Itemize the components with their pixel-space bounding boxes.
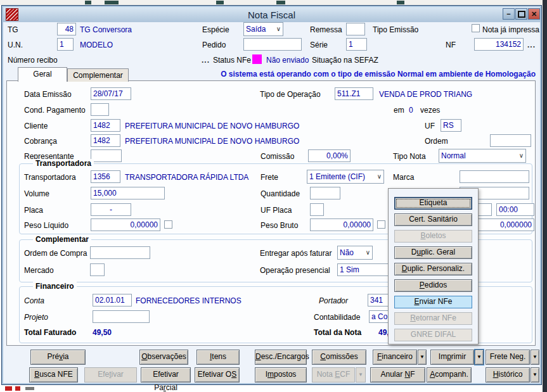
- transportadora-field[interactable]: 1356: [91, 170, 120, 183]
- popup-button-enviar-nfe[interactable]: Enviar NFe: [394, 296, 472, 308]
- tab-geral[interactable]: Geral: [18, 67, 67, 82]
- anular-nf-button[interactable]: Anular NF: [370, 367, 425, 383]
- uf-placa-label: UF Placa: [261, 206, 292, 215]
- nota-ja-impressa-label: Nota já impressa: [482, 25, 539, 34]
- ordem-field[interactable]: [490, 134, 531, 147]
- especie-label: Espécie: [202, 25, 229, 34]
- entregar-apos-faturar-label: Entregar após faturar: [260, 249, 331, 258]
- quantidade-field[interactable]: [310, 187, 340, 199]
- hora-saida-field[interactable]: 00:00: [496, 203, 534, 216]
- volume-label: Volume: [24, 189, 49, 198]
- popup-button-boletos: Boletos: [394, 230, 472, 243]
- volume-field[interactable]: 15,000: [91, 187, 165, 199]
- imprimir-button[interactable]: Imprimir: [430, 350, 474, 365]
- maximize-button[interactable]: [515, 8, 527, 20]
- marca-field[interactable]: [460, 170, 529, 183]
- window-title: Nota Fiscal: [3, 9, 540, 20]
- peso-bruto-field[interactable]: 0,00000: [310, 218, 373, 231]
- total-nota-label: Total da Nota: [314, 328, 361, 337]
- frete-select[interactable]: 1 Emitente (CIF) ∨: [307, 170, 384, 184]
- popup-button-pedidos[interactable]: Pedidos: [394, 279, 472, 292]
- tipo-operacao-field[interactable]: 511.Z1: [335, 87, 373, 100]
- frete-neg-button[interactable]: Frete Neg.: [486, 350, 530, 365]
- minimize-button[interactable]: −: [503, 8, 515, 20]
- tg-field[interactable]: 48: [57, 23, 76, 35]
- peso-bruto-label: Peso Bruto: [261, 221, 298, 230]
- vezes-count: 0: [409, 106, 413, 115]
- chevron-down-icon: ∨: [276, 26, 281, 32]
- representante-field[interactable]: [91, 149, 122, 162]
- impostos-button[interactable]: Impostos: [255, 367, 307, 383]
- tab-complementar[interactable]: Complementar: [67, 68, 129, 82]
- status-more-link[interactable]: ...: [202, 57, 210, 63]
- cobranca-field[interactable]: 1482: [91, 134, 120, 147]
- frete-neg-dropdown-arrow[interactable]: ▼: [531, 350, 539, 365]
- mercado-field[interactable]: [90, 263, 105, 276]
- comissao-field[interactable]: 0,00%: [308, 149, 351, 162]
- titlebar[interactable]: Nota Fiscal: [3, 7, 540, 22]
- entregar-value: Não: [340, 247, 354, 258]
- projeto-field[interactable]: [93, 310, 150, 323]
- status-color-swatch: [252, 54, 262, 64]
- peso-liquido-field[interactable]: 0,00000: [91, 218, 160, 231]
- close-button[interactable]: ✕: [528, 8, 540, 20]
- efetivar-parcial-button[interactable]: Efetivar Parcial: [141, 367, 191, 383]
- remessa-field[interactable]: [346, 23, 365, 35]
- data-emissao-field[interactable]: 28/07/17: [91, 87, 131, 100]
- quantidade-label: Quantidade: [261, 189, 300, 198]
- cliente-description: PREFEITURA MUNICIPAL DE NOVO HAMBURGO: [125, 122, 299, 130]
- nota-ja-impressa-checkbox[interactable]: [472, 24, 480, 32]
- conta-field[interactable]: 02.01.01: [93, 294, 132, 307]
- contabilidade-label: Contabilidade: [314, 313, 360, 322]
- financeiro-group-title: Financeiro: [33, 282, 77, 291]
- vezes-label: vezes: [420, 106, 440, 115]
- desc-encargos-button[interactable]: Desc./Encargos: [255, 350, 307, 365]
- pedido-field[interactable]: [243, 38, 302, 51]
- entregar-apos-faturar-select[interactable]: Não ∨: [337, 246, 373, 260]
- marca-label: Marca: [393, 173, 414, 182]
- un-field[interactable]: 1: [57, 38, 74, 51]
- chevron-down-icon: ∨: [377, 174, 382, 180]
- chevron-down-icon: ∨: [366, 250, 370, 256]
- peso-bruto-checkbox[interactable]: [377, 220, 385, 229]
- comissoes-button[interactable]: Comissões: [312, 350, 366, 365]
- peso-liquido-checkbox[interactable]: [164, 220, 172, 229]
- tipo-operacao-description: VENDA DE PROD TRIANG: [379, 90, 472, 99]
- cond-pagamento-field[interactable]: [91, 103, 109, 116]
- acompanh-button[interactable]: Acompanh.: [427, 367, 472, 383]
- cond-pagamento-label: Cond. Pagamento: [24, 106, 86, 115]
- complementar-group-title: Complementar: [33, 235, 91, 244]
- tipo-nota-select[interactable]: Normal ∨: [439, 149, 526, 163]
- nf-more-link[interactable]: ...: [527, 42, 536, 48]
- especie-select[interactable]: Saída ∨: [243, 22, 283, 36]
- nf-field[interactable]: 134152: [474, 38, 524, 51]
- popup-button-duplic-personaliz[interactable]: Duplic. Personaliz.: [394, 263, 472, 275]
- ordem-compra-field[interactable]: [90, 246, 150, 259]
- popup-button-etiqueta[interactable]: Etiqueta: [394, 197, 472, 210]
- popup-button-retornar-nfe: Retornar NFe: [394, 312, 472, 325]
- environment-message: O sistema está operando com o tipo de em…: [206, 70, 536, 79]
- previa-button[interactable]: Prévia: [30, 350, 86, 365]
- itens-button[interactable]: Itens: [196, 350, 240, 365]
- historico-dropdown-arrow[interactable]: ▼: [531, 367, 539, 383]
- frete-label: Frete: [261, 173, 278, 182]
- financeiro-dropdown-arrow[interactable]: ▼: [418, 350, 427, 365]
- busca-nfe-button[interactable]: Busca NFE: [29, 367, 78, 383]
- efetivar-os-button[interactable]: Efetivar OS: [195, 367, 240, 383]
- uf-field[interactable]: RS: [441, 119, 461, 132]
- imprimir-dropdown-arrow[interactable]: ▼: [475, 350, 484, 365]
- historico-button[interactable]: Histórico: [486, 367, 530, 383]
- un-label: U.N.: [8, 41, 23, 49]
- popup-button-cert-sanitario[interactable]: Cert. Sanitário: [394, 213, 472, 226]
- tipo-nota-value: Normal: [441, 150, 466, 161]
- financeiro-button[interactable]: Financeiro: [373, 350, 417, 365]
- uf-placa-field[interactable]: [310, 203, 324, 216]
- tipo-emissao-label: Tipo Emissão: [373, 25, 418, 34]
- situacao-sefaz-label: Situação na SEFAZ: [312, 56, 378, 65]
- observacoes-button[interactable]: Observações: [139, 350, 188, 365]
- serie-field[interactable]: 1: [346, 38, 367, 51]
- popup-button-duplic-geral[interactable]: Duplic. Geral: [394, 246, 472, 259]
- background-app-right-sliver: [543, 0, 547, 392]
- placa-field[interactable]: -: [91, 203, 131, 216]
- cliente-field[interactable]: 1482: [91, 119, 120, 132]
